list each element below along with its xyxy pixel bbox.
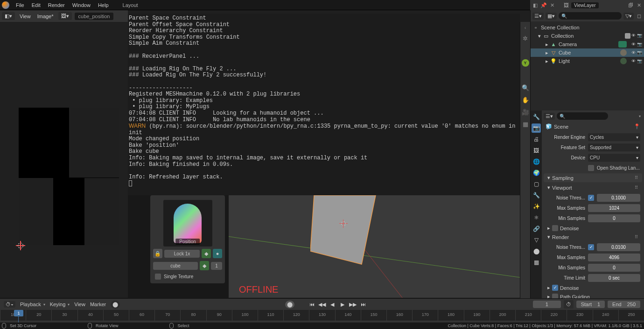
jump-end-icon[interactable]: ⏭: [359, 300, 367, 308]
outliner-filter[interactable]: ▽▾: [623, 13, 634, 20]
viewlayer-icon[interactable]: 🖼: [563, 2, 569, 8]
green-cube-icon[interactable]: ◆: [202, 249, 211, 258]
subsection-viewport[interactable]: ▾ Viewport⠿: [542, 183, 644, 192]
disclosure-icon[interactable]: ▾: [538, 33, 541, 39]
playhead[interactable]: 1: [14, 310, 23, 316]
section-options-icon[interactable]: ⠿: [635, 185, 638, 190]
image-image-menu[interactable]: Image*: [35, 13, 56, 20]
cube-mesh[interactable]: [310, 195, 380, 271]
hand-icon[interactable]: ✋: [521, 96, 530, 104]
lock-icon[interactable]: 🔒: [153, 249, 162, 258]
image-browse-icon[interactable]: 🖼▾: [58, 12, 72, 20]
disclosure-icon[interactable]: ▸: [546, 41, 548, 48]
zoom-icon[interactable]: 🔍: [521, 83, 530, 92]
section-sampling[interactable]: ▾ Sampling⠿: [544, 173, 642, 182]
auto-key-toggle[interactable]: ⬤: [111, 301, 120, 308]
viewlayer-name[interactable]: ViewLayer: [571, 2, 599, 8]
cube-count[interactable]: 1: [211, 262, 222, 270]
preview-range-icon[interactable]: ⏱: [564, 300, 574, 308]
tree-item-cube[interactable]: ▸ ▽ Cube 👁 📷: [531, 48, 644, 57]
tree-collection[interactable]: ▾ ▭ Collection 👁 📷: [531, 32, 644, 40]
single-texture-checkbox[interactable]: [155, 274, 161, 280]
teal-sphere-icon[interactable]: ●: [213, 249, 222, 258]
time-limit-value[interactable]: 0 sec: [588, 274, 640, 282]
ptab-texture[interactable]: ▦: [532, 258, 541, 267]
subsection-path-guiding[interactable]: ▸ Path Guiding: [542, 292, 644, 298]
osl-checkbox[interactable]: [588, 165, 594, 171]
vp-noise-value[interactable]: 0.1000: [597, 194, 640, 202]
ptab-material[interactable]: ⬤: [532, 247, 541, 256]
section-options-icon[interactable]: ⠿: [635, 175, 638, 180]
render-engine-dropdown[interactable]: Cycles▾: [588, 133, 640, 141]
perspective-icon[interactable]: ▦: [521, 120, 530, 128]
ptab-modifiers[interactable]: 🔧: [532, 191, 541, 200]
scene-breadcrumb[interactable]: Scene: [554, 124, 568, 130]
current-frame[interactable]: 1: [533, 301, 561, 308]
menu-help[interactable]: Help: [94, 1, 112, 9]
pin-icon[interactable]: 📍: [634, 123, 640, 130]
image-editor-area[interactable]: [0, 22, 128, 298]
image-view-menu[interactable]: View: [18, 13, 33, 20]
record-toggle[interactable]: ⬤: [285, 301, 294, 308]
new-collection-icon[interactable]: ◻: [636, 13, 642, 19]
vp-max-value[interactable]: 1024: [588, 204, 640, 212]
cube-button[interactable]: cube: [153, 262, 198, 270]
scene-browse-icon[interactable]: ◧: [532, 2, 539, 8]
lock-button[interactable]: Lock 1x: [164, 250, 200, 258]
camera-data-tag[interactable]: [618, 41, 627, 48]
path-guiding-checkbox[interactable]: [552, 294, 558, 298]
device-dropdown[interactable]: CPU▾: [588, 154, 640, 162]
disclosure-icon[interactable]: ▸: [546, 58, 548, 64]
menu-edit[interactable]: Edit: [28, 1, 44, 9]
feature-set-dropdown[interactable]: Supported▾: [588, 144, 640, 151]
keyframe-next-icon[interactable]: ▶▶: [349, 300, 357, 308]
ptab-data[interactable]: ▽: [532, 235, 541, 245]
r-noise-checkbox[interactable]: ✓: [588, 244, 594, 250]
new-viewlayer-icon[interactable]: 🗐: [627, 2, 634, 8]
r-noise-value[interactable]: 0.0100: [597, 243, 640, 251]
tree-item-camera[interactable]: ▸ ▲ Camera 👁 📷: [531, 40, 644, 48]
play-icon[interactable]: ▶: [338, 300, 347, 308]
ptab-output[interactable]: 🖨: [532, 135, 541, 144]
ptab-scene[interactable]: 🌐: [532, 157, 541, 166]
menu-window[interactable]: Window: [69, 1, 94, 9]
props-editor-type[interactable]: ☰▾: [544, 113, 555, 120]
outliner-view-icon[interactable]: ▦▾: [546, 13, 557, 20]
uv-image-canvas[interactable]: [19, 108, 119, 245]
ptab-physics[interactable]: ⚛: [532, 213, 541, 222]
keyframe-prev-icon[interactable]: ◀◀: [318, 300, 326, 308]
axis-gizmo-y[interactable]: Y: [522, 59, 529, 67]
remove-viewlayer-icon[interactable]: ✕: [636, 2, 642, 8]
light-data-tag[interactable]: [620, 58, 627, 64]
exclude-checkbox[interactable]: [625, 33, 630, 39]
ptab-object[interactable]: ▢: [532, 179, 541, 189]
play-reverse-icon[interactable]: ◀: [328, 300, 336, 308]
mesh-data-icon[interactable]: ◆: [200, 261, 209, 270]
end-frame[interactable]: End250: [608, 301, 640, 308]
outliner-display-mode[interactable]: ☰▾: [532, 13, 544, 20]
r-max-value[interactable]: 4096: [588, 254, 640, 261]
image-name-field[interactable]: cube_position: [75, 13, 114, 20]
marker-menu[interactable]: Marker: [90, 302, 106, 307]
vp-min-value[interactable]: 0: [588, 214, 640, 222]
r-denoise-checkbox[interactable]: ✓: [552, 285, 558, 291]
r-min-value[interactable]: 0: [588, 264, 640, 272]
timeline-ruler[interactable]: 1 10203040506070809010011012013014015016…: [0, 310, 644, 321]
disclosure-icon[interactable]: ▸: [546, 50, 548, 56]
ptab-world[interactable]: 🌍: [532, 168, 541, 178]
tree-item-light[interactable]: ▸ 💡 Light 👁 📷: [531, 57, 644, 65]
vp-denoise-checkbox[interactable]: [552, 225, 558, 231]
section-options-icon[interactable]: ⠿: [635, 234, 638, 240]
viewport-3d[interactable]: OFFLINE: [229, 195, 520, 298]
workspace-tab-layout[interactable]: Layout: [118, 1, 143, 9]
subsection-render[interactable]: ▾ Render⠿: [542, 233, 644, 241]
bake-thumbnail[interactable]: Position: [163, 200, 212, 247]
subsection-denoise-vp[interactable]: ▸ Denoise: [542, 224, 644, 233]
mesh-data-tag[interactable]: [620, 49, 627, 56]
camera-view-icon[interactable]: 🎥: [521, 108, 530, 116]
ptab-viewlayer[interactable]: 🖼: [532, 146, 541, 155]
info-console[interactable]: Parent Space Constraint Parent Offset Sp…: [128, 14, 520, 195]
timeline-view-menu[interactable]: View: [74, 302, 85, 307]
props-search[interactable]: 🔍: [557, 112, 608, 120]
playback-menu[interactable]: Playback: [20, 302, 45, 307]
